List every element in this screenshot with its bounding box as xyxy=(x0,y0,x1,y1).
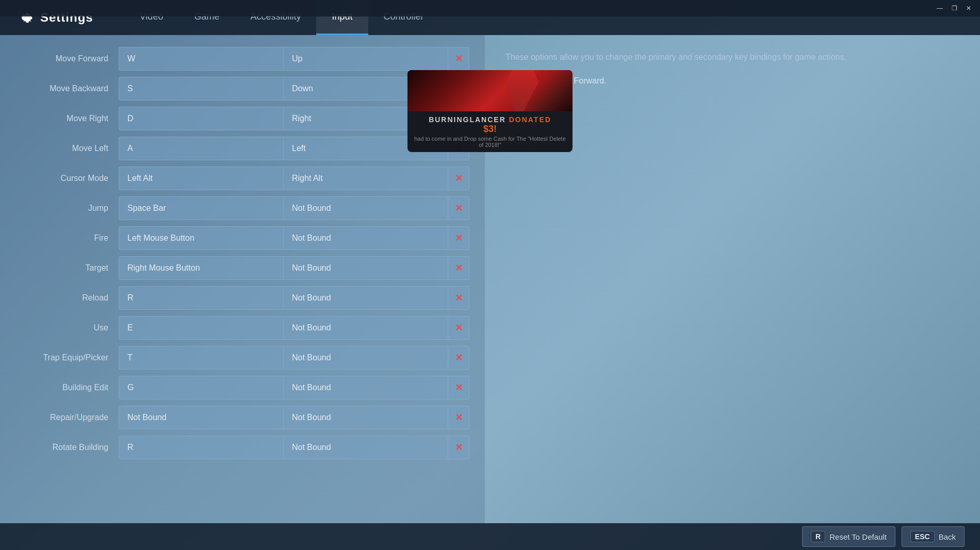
binding-primary-key[interactable]: T xyxy=(119,346,283,370)
binding-row: UseENot Bound✕ xyxy=(15,314,469,341)
binding-clear-button[interactable]: ✕ xyxy=(448,406,469,429)
binding-clear-button[interactable]: ✕ xyxy=(448,436,469,459)
binding-row: Move RightDRight✕ xyxy=(15,105,469,132)
bottom-bar: R Reset To Default ESC Back xyxy=(0,523,980,550)
reset-default-button[interactable]: R Reset To Default xyxy=(802,526,895,547)
donation-overlay: BURNINGLANCER DONATED $3! had to come in… xyxy=(407,70,573,152)
binding-action-label: Move Backward xyxy=(15,84,119,93)
binding-secondary-key[interactable]: Not Bound xyxy=(283,226,448,250)
binding-clear-button[interactable]: ✕ xyxy=(448,196,469,220)
content-area: Move ForwardWUp✕Move BackwardSDown✕Move … xyxy=(0,35,980,523)
binding-action-label: Move Forward xyxy=(15,54,119,63)
binding-secondary-key[interactable]: Not Bound xyxy=(283,196,448,220)
binding-inputs: Space BarNot Bound✕ xyxy=(119,196,469,220)
binding-clear-button[interactable]: ✕ xyxy=(448,226,469,250)
binding-clear-button[interactable]: ✕ xyxy=(448,376,469,399)
binding-action-label: Move Right xyxy=(15,114,119,123)
close-button[interactable]: ✕ xyxy=(961,3,976,14)
restore-button[interactable]: ❐ xyxy=(947,3,961,14)
binding-secondary-key[interactable]: Not Bound xyxy=(283,376,448,399)
title-bar: — ❐ ✕ xyxy=(0,0,980,16)
binding-action-label: Trap Equip/Picker xyxy=(15,353,119,362)
binding-primary-key[interactable]: Left Mouse Button xyxy=(119,226,283,250)
binding-clear-button[interactable]: ✕ xyxy=(448,316,469,340)
binding-inputs: RNot Bound✕ xyxy=(119,436,469,459)
binding-secondary-key[interactable]: Not Bound xyxy=(283,256,448,280)
back-key: ESC xyxy=(910,531,935,542)
binding-row: ReloadRNot Bound✕ xyxy=(15,285,469,311)
donation-text: BURNINGLANCER DONATED $3! had to come in… xyxy=(407,111,573,152)
binding-primary-key[interactable]: Space Bar xyxy=(119,196,283,220)
binding-row: Move ForwardWUp✕ xyxy=(15,45,469,72)
binding-primary-key[interactable]: D xyxy=(119,107,283,130)
binding-action-label: Repair/Upgrade xyxy=(15,413,119,422)
binding-row: JumpSpace BarNot Bound✕ xyxy=(15,195,469,222)
binding-clear-button[interactable]: ✕ xyxy=(448,47,469,71)
info-action: Bindings for Move Forward. xyxy=(505,74,959,88)
binding-primary-key[interactable]: A xyxy=(119,137,283,160)
binding-primary-key[interactable]: E xyxy=(119,316,283,340)
binding-primary-key[interactable]: G xyxy=(119,376,283,399)
binding-action-label: Cursor Mode xyxy=(15,174,119,183)
binding-primary-key[interactable]: R xyxy=(119,286,283,310)
binding-primary-key[interactable]: R xyxy=(119,436,283,459)
binding-inputs: Not BoundNot Bound✕ xyxy=(119,406,469,429)
donation-username: BURNINGLANCER DONATED xyxy=(414,115,566,124)
reset-key: R xyxy=(811,531,825,542)
binding-inputs: TNot Bound✕ xyxy=(119,346,469,370)
binding-secondary-key[interactable]: Not Bound xyxy=(283,286,448,310)
binding-row: Move LeftALeft✕ xyxy=(15,135,469,162)
binding-row: Repair/UpgradeNot BoundNot Bound✕ xyxy=(15,404,469,431)
back-button[interactable]: ESC Back xyxy=(902,526,965,547)
binding-primary-key[interactable]: Left Alt xyxy=(119,166,283,190)
binding-secondary-key[interactable]: Not Bound xyxy=(283,316,448,340)
binding-secondary-key[interactable]: Not Bound xyxy=(283,346,448,370)
binding-action-label: Jump xyxy=(15,204,119,213)
binding-clear-button[interactable]: ✕ xyxy=(448,346,469,370)
binding-secondary-key[interactable]: Not Bound xyxy=(283,406,448,429)
binding-secondary-key[interactable]: Up xyxy=(283,47,448,71)
binding-row: Rotate BuildingRNot Bound✕ xyxy=(15,434,469,461)
binding-row: Move BackwardSDown✕ xyxy=(15,75,469,102)
binding-inputs: Left Mouse ButtonNot Bound✕ xyxy=(119,226,469,250)
binding-action-label: Fire xyxy=(15,234,119,243)
back-label: Back xyxy=(939,532,956,541)
binding-inputs: GNot Bound✕ xyxy=(119,376,469,399)
binding-clear-button[interactable]: ✕ xyxy=(448,166,469,190)
binding-action-label: Rotate Building xyxy=(15,443,119,452)
binding-clear-button[interactable]: ✕ xyxy=(448,286,469,310)
donation-amount: $3! xyxy=(414,124,566,135)
binding-secondary-key[interactable]: Right Alt xyxy=(283,166,448,190)
binding-inputs: Right Mouse ButtonNot Bound✕ xyxy=(119,256,469,280)
binding-action-label: Building Edit xyxy=(15,383,119,392)
binding-action-label: Reload xyxy=(15,293,119,303)
binding-inputs: RNot Bound✕ xyxy=(119,286,469,310)
minimize-button[interactable]: — xyxy=(933,3,947,14)
binding-row: FireLeft Mouse ButtonNot Bound✕ xyxy=(15,225,469,252)
binding-action-label: Target xyxy=(15,263,119,273)
binding-action-label: Use xyxy=(15,323,119,332)
binding-secondary-key[interactable]: Not Bound xyxy=(283,436,448,459)
binding-primary-key[interactable]: Not Bound xyxy=(119,406,283,429)
binding-action-label: Move Left xyxy=(15,144,119,153)
binding-row: TargetRight Mouse ButtonNot Bound✕ xyxy=(15,255,469,281)
info-description: These options allow you to change the pr… xyxy=(505,51,959,64)
binding-row: Trap Equip/PickerTNot Bound✕ xyxy=(15,344,469,371)
binding-clear-button[interactable]: ✕ xyxy=(448,256,469,280)
binding-inputs: ENot Bound✕ xyxy=(119,316,469,340)
binding-inputs: WUp✕ xyxy=(119,47,469,71)
binding-row: Cursor ModeLeft AltRight Alt✕ xyxy=(15,165,469,192)
binding-primary-key[interactable]: S xyxy=(119,77,283,101)
reset-label: Reset To Default xyxy=(829,532,887,541)
binding-primary-key[interactable]: Right Mouse Button xyxy=(119,256,283,280)
main-window: Settings Video Game Accessibility Input … xyxy=(0,0,980,550)
donation-banner-image xyxy=(407,70,573,111)
binding-row: Building EditGNot Bound✕ xyxy=(15,374,469,401)
binding-inputs: Left AltRight Alt✕ xyxy=(119,166,469,190)
binding-primary-key[interactable]: W xyxy=(119,47,283,71)
donation-message: had to come in and Drop some Cash for Th… xyxy=(414,136,566,148)
